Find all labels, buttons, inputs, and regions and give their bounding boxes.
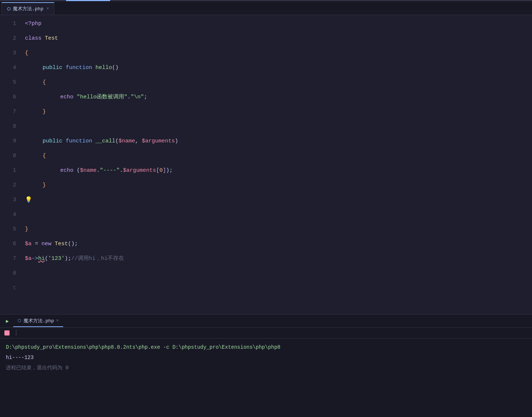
string-hello-func: "hello函数被调用": [77, 90, 127, 105]
terminal-controls: ⋮: [0, 328, 532, 338]
line-num-15: 5: [0, 222, 16, 237]
code-line-11: echo ( $name . "----" . $arguments [ 0 ]…: [25, 163, 532, 178]
line-num-5: 5: [0, 75, 16, 90]
code-content[interactable]: <?php class Test { public function hello…: [22, 15, 532, 314]
line-num-13: 3: [0, 193, 16, 207]
bracket-close: ]: [163, 163, 166, 178]
code-line-8: [25, 119, 532, 134]
semicolon-hi: ;: [68, 251, 71, 266]
line-num-8: 8: [0, 119, 16, 134]
semicolon-2: ;: [169, 163, 173, 178]
tab-bar: ⬡ 魔术方法.php ×: [0, 1, 532, 15]
paren-hi-open: (: [45, 251, 48, 266]
code-line-2: class Test: [25, 31, 532, 46]
line-num-18: 8: [0, 266, 16, 281]
paren-new: (): [68, 237, 75, 251]
code-line-17: $a -> hi ( '123' ) ; //调用hi，hi不存在: [25, 251, 532, 266]
line-num-11: 1: [0, 163, 16, 178]
space: [41, 31, 45, 46]
code-line-3: {: [25, 46, 532, 61]
line-num-10: 0: [0, 149, 16, 163]
terminal-cmd-line: D:\phpstudy_pro\Extensions\php\php8.0.2n…: [6, 342, 526, 352]
line-num-1: 1: [0, 17, 16, 31]
echo-keyword-2: echo: [60, 163, 73, 178]
new-keyword: new: [41, 237, 51, 251]
lightbulb-icon: 💡: [25, 193, 32, 207]
tab-close-button[interactable]: ×: [46, 6, 49, 11]
paren-call-open: (: [115, 134, 119, 149]
line-num-4: 4: [0, 61, 16, 75]
terminal-php-icon: ⬡: [18, 318, 21, 323]
hello-function-name: hello: [95, 61, 112, 75]
line-num-14: 4: [0, 207, 16, 222]
code-line-7: }: [25, 105, 532, 119]
class-keyword: class: [25, 31, 41, 46]
terminal-output: D:\phpstudy_pro\Extensions\php\php8.0.2n…: [0, 338, 532, 417]
code-line-14: [25, 207, 532, 222]
stop-button[interactable]: [4, 330, 10, 336]
string-123: '123': [48, 251, 65, 266]
public-keyword-2: public: [43, 134, 62, 149]
code-line-5: {: [25, 75, 532, 90]
semicolon-1: ;: [144, 90, 147, 105]
run-indicator: ▶: [3, 318, 12, 324]
line-num-7: 7: [0, 105, 16, 119]
function-keyword-2: function: [66, 134, 92, 149]
code-line-16: $a = new Test () ;: [25, 237, 532, 251]
terminal-output-2: 进程已结束，退出代码为 0: [6, 363, 526, 373]
terminal-tab-label: 魔术方法.php: [23, 318, 54, 324]
code-editor[interactable]: 1 2 3 4 5 6 7 8 9 0 1 2 3 4 5 6 7 8 t <?…: [0, 15, 532, 314]
line-num-3: 3: [0, 46, 16, 61]
code-line-13: 💡: [25, 193, 532, 207]
hi-function-call: hi: [38, 251, 45, 266]
code-line-10: {: [25, 149, 532, 163]
function-keyword-1: function: [66, 61, 92, 75]
line-num-9: 9: [0, 134, 16, 149]
var-a-2: $a: [25, 251, 32, 266]
concat-2: .: [97, 163, 100, 178]
menu-dots-button[interactable]: ⋮: [13, 329, 19, 337]
call-function-name: __call: [95, 134, 115, 149]
paren-call-close: ): [175, 134, 178, 149]
test-class-ref: Test: [55, 237, 68, 251]
terminal-output-1: hi----123: [6, 352, 526, 363]
index-zero: 0: [159, 163, 163, 178]
paren-echo-close: ): [166, 163, 169, 178]
code-line-1: <?php: [25, 17, 532, 31]
code-line-4: public function hello (): [25, 61, 532, 75]
concat-1: .: [127, 90, 131, 105]
class-test-name: Test: [45, 31, 58, 46]
close-brace-call: }: [43, 178, 46, 193]
param-name: $name: [119, 134, 135, 149]
tab-label: 魔术方法.php: [13, 6, 43, 12]
line-num-12: 2: [0, 178, 16, 193]
terminal-tab-magic[interactable]: ⬡ 魔术方法.php ×: [13, 315, 63, 327]
code-line-6: echo "hello函数被调用" . "\n" ;: [25, 90, 532, 105]
arrow-operator: ->: [32, 251, 38, 266]
bottom-panel: ▶ ⬡ 魔术方法.php × ⋮ D:\phpstudy_pro\Extensi…: [0, 314, 532, 417]
editor-tab-magic[interactable]: ⬡ 魔术方法.php ×: [1, 2, 54, 15]
line-num-19: t: [0, 281, 16, 295]
scroll-indicator: [0, 0, 532, 1]
code-line-12: }: [25, 178, 532, 193]
code-line-15: }: [25, 222, 532, 237]
php-file-icon: ⬡: [7, 7, 11, 11]
terminal-tab-close[interactable]: ×: [56, 318, 59, 323]
line-num-6: 6: [0, 90, 16, 105]
var-arguments-echo: $arguments: [123, 163, 156, 178]
paren-hello: (): [112, 61, 119, 75]
open-brace-call: {: [43, 149, 46, 163]
run-arrow-icon: ▶: [6, 318, 9, 324]
close-brace-hello: }: [43, 105, 46, 119]
string-newline-1: "\n": [131, 90, 144, 105]
close-brace-class: }: [25, 222, 28, 237]
line-num-17: 7: [0, 251, 16, 266]
code-line-9: public function __call ( $name , $argume…: [25, 134, 532, 149]
comma-1: ,: [135, 134, 138, 149]
open-brace-class: {: [25, 46, 28, 61]
var-name-echo: $name: [80, 163, 97, 178]
line-num-16: 6: [0, 237, 16, 251]
php-open-tag: <?php: [25, 17, 41, 31]
scroll-thumb: [66, 0, 110, 1]
open-brace-hello: {: [43, 75, 46, 90]
